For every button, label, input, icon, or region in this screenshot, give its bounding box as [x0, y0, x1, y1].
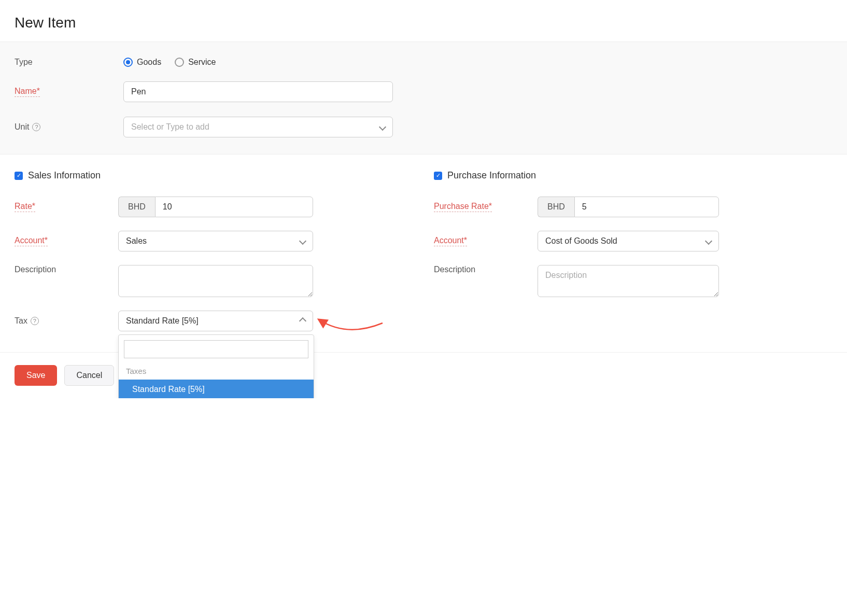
- type-label: Type: [15, 58, 123, 67]
- sales-rate-label: Rate*: [15, 202, 35, 212]
- purchase-description-input[interactable]: [538, 265, 719, 297]
- type-radio-service[interactable]: Service: [175, 58, 216, 67]
- help-icon[interactable]: ?: [31, 317, 39, 325]
- unit-label-text: Unit: [15, 122, 29, 132]
- annotation-arrow-icon: [316, 313, 399, 344]
- sales-tax-value: Standard Rate [5%]: [126, 316, 199, 326]
- purchase-account-value: Cost of Goods Sold: [545, 236, 617, 246]
- purchase-rate-label: Purchase Rate*: [434, 202, 492, 212]
- unit-select[interactable]: Select or Type to add: [123, 117, 393, 137]
- sales-rate-currency: BHD: [118, 197, 155, 217]
- unit-placeholder: Select or Type to add: [131, 122, 209, 132]
- radio-checked-icon: [123, 58, 133, 67]
- sales-tax-label: Tax ?: [15, 316, 118, 326]
- purchase-rate-input[interactable]: [574, 197, 719, 217]
- tax-dropdown-search[interactable]: [124, 340, 308, 358]
- save-button[interactable]: Save: [15, 365, 57, 386]
- chevron-down-icon: [300, 236, 305, 246]
- help-icon[interactable]: ?: [32, 123, 40, 131]
- chevron-down-icon: [380, 122, 385, 132]
- purchase-checkbox[interactable]: ✓: [434, 172, 442, 180]
- sales-checkbox[interactable]: ✓: [15, 172, 23, 180]
- radio-unchecked-icon: [175, 58, 184, 67]
- purchase-description-label: Description: [434, 265, 538, 274]
- purchase-account-label: Account*: [434, 236, 467, 246]
- page-title: New Item: [15, 15, 832, 31]
- sales-description-input[interactable]: [118, 265, 313, 297]
- purchase-rate-group: BHD: [538, 197, 719, 217]
- sales-rate-input[interactable]: [155, 197, 313, 217]
- sales-tax-label-text: Tax: [15, 316, 27, 326]
- tax-option-standard[interactable]: Standard Rate [5%]: [119, 380, 314, 398]
- purchase-account-select[interactable]: Cost of Goods Sold: [538, 231, 719, 251]
- type-goods-label: Goods: [137, 58, 161, 67]
- sales-rate-group: BHD: [118, 197, 313, 217]
- tax-dropdown-group-label: Taxes: [119, 361, 314, 380]
- chevron-down-icon: [706, 236, 711, 246]
- unit-label: Unit ?: [15, 122, 123, 132]
- type-service-label: Service: [188, 58, 216, 67]
- sales-account-select[interactable]: Sales: [118, 231, 313, 251]
- cancel-button[interactable]: Cancel: [64, 365, 114, 386]
- sales-account-label: Account*: [15, 236, 48, 246]
- sales-section-title: Sales Information: [28, 170, 101, 181]
- sales-column: ✓ Sales Information Rate* BHD Account* S…: [15, 170, 413, 331]
- sales-tax-select[interactable]: Standard Rate [5%]: [118, 311, 313, 331]
- sales-account-value: Sales: [126, 236, 147, 246]
- type-radio-goods[interactable]: Goods: [123, 58, 161, 67]
- sales-description-label: Description: [15, 265, 118, 274]
- chevron-up-icon: [300, 316, 305, 326]
- purchase-rate-currency: BHD: [538, 197, 574, 217]
- name-label: Name*: [15, 87, 40, 97]
- purchase-column: ✓ Purchase Information Purchase Rate* BH…: [434, 170, 832, 331]
- tax-dropdown: Taxes Standard Rate [5%] Zero Rate [0%]: [118, 334, 314, 398]
- purchase-section-title: Purchase Information: [447, 170, 536, 181]
- name-input[interactable]: [123, 81, 393, 102]
